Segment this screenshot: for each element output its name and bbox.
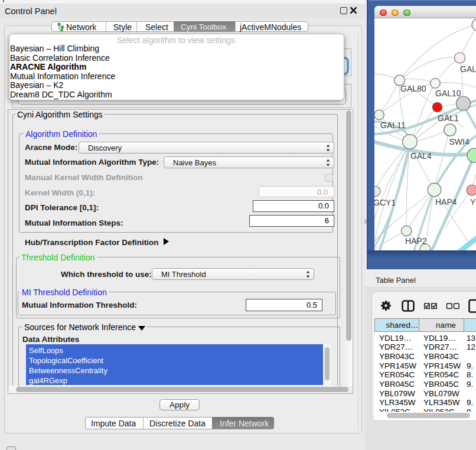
svg-text:SWI4: SWI4 [449,137,470,146]
svg-text:GCY1: GCY1 [374,198,396,207]
svg-text:Y: Y [470,197,476,207]
svg-text:HAP2: HAP2 [405,236,427,246]
svg-text:GAL4: GAL4 [410,151,432,160]
svg-text:GAL10: GAL10 [435,89,461,98]
svg-text:GAL80: GAL80 [400,83,426,93]
svg-text:GAL7: GAL7 [460,64,476,73]
svg-text:GAL1: GAL1 [438,113,459,122]
svg-text:HAP4: HAP4 [435,197,457,207]
svg-text:GAL11: GAL11 [380,120,406,129]
